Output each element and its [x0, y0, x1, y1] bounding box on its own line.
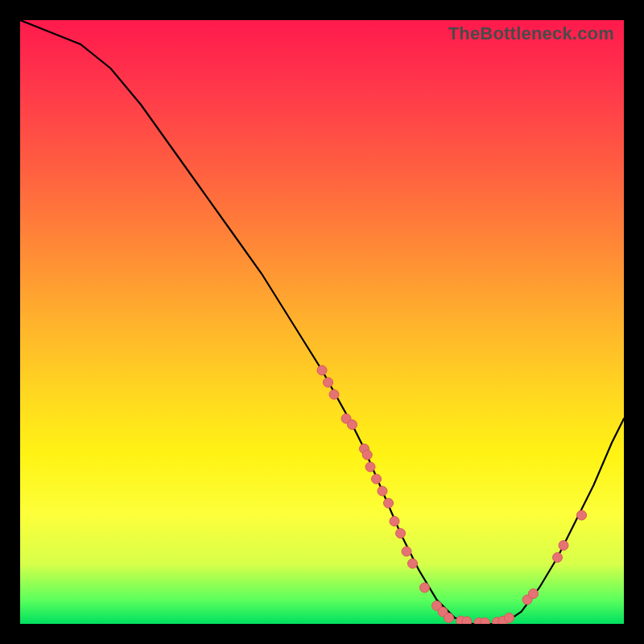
data-marker [505, 613, 514, 623]
bottleneck-curve-svg [20, 20, 624, 624]
data-marker [444, 613, 454, 623]
data-marker [329, 390, 339, 399]
data-marker [420, 583, 430, 592]
data-marker [384, 498, 394, 508]
data-marker [396, 529, 406, 539]
data-marker [402, 547, 411, 556]
data-marker [372, 474, 382, 484]
data-marker [348, 420, 357, 430]
data-marker [553, 553, 563, 563]
bottleneck-curve-path [20, 20, 624, 624]
data-marker [529, 589, 539, 599]
chart-stage: TheBottleneck.com [0, 0, 644, 644]
data-marker [362, 450, 372, 460]
data-marker [462, 617, 472, 624]
data-marker [408, 559, 418, 568]
data-marker [378, 486, 387, 496]
plot-area: TheBottleneck.com [20, 20, 624, 624]
data-marker [559, 541, 568, 551]
data-marker [365, 462, 375, 472]
data-marker [317, 365, 327, 375]
data-marker [324, 378, 333, 387]
data-markers-group [317, 365, 587, 624]
data-marker [481, 618, 490, 625]
data-marker [577, 510, 587, 520]
data-marker [390, 517, 399, 526]
